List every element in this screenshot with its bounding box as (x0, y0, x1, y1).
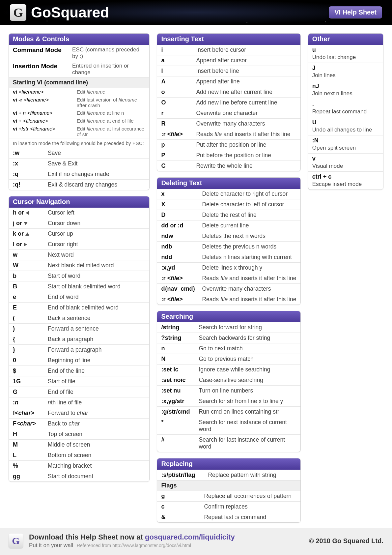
desc: Delete character to right of cursor (202, 190, 296, 197)
mode-desc: ESC (commands preceded by :) (72, 46, 145, 60)
key: P (161, 152, 193, 159)
delete-rows: xDelete character to right of cursorXDel… (157, 189, 300, 305)
key: :N (312, 137, 341, 144)
key: $ (13, 367, 44, 374)
cli-row: vi + n <filename>Edit filename at line n (9, 109, 149, 117)
key: 0 (13, 357, 44, 364)
key: G (13, 389, 44, 395)
key: * (161, 419, 195, 426)
desc: Overwrite one character (196, 110, 296, 117)
desc: Overwrite many characters (196, 120, 296, 127)
table-row: /stringSearch forward for string (157, 322, 300, 333)
table-row: :set noicCase-sensitive searching (157, 375, 300, 385)
table-row: iInsert before cursor (157, 45, 300, 55)
table-row: :set icIgnore case while searching (157, 364, 300, 375)
brand: G GoSquared (10, 4, 109, 21)
card-title: Modes & Controls (9, 34, 149, 45)
footer-tagline: Put it on your wall (29, 542, 73, 548)
card-cursor-navigation: Cursor Navigation h or Cursor leftj or C… (9, 196, 150, 482)
arrow-l-icon (26, 211, 29, 215)
table-row: GEnd of file (9, 387, 149, 397)
desc: Delete the rest of line (202, 212, 296, 219)
table-row: :g/str/cmdRun cmd on lines containing st… (157, 406, 300, 417)
desc: Start of document (48, 473, 145, 480)
desc: Delete lines x through y (202, 264, 296, 271)
table-row: :set nuTurn on line numbers (157, 385, 300, 396)
footer: G Download this Help Sheet now at gosqua… (0, 528, 392, 555)
cli-row: vi + <filename>Edit filename at end of f… (9, 117, 149, 125)
key: :r <file> (161, 275, 199, 282)
arrow-u-icon (25, 232, 29, 236)
key: C (161, 162, 193, 169)
table-row: nJJoin next n lines (308, 81, 383, 99)
table-row: IInsert before line (157, 66, 300, 76)
key: :n (13, 399, 44, 406)
key: % (13, 462, 44, 469)
cli-cmd: vi <filename> (13, 89, 72, 95)
desc: Forward to char (48, 410, 145, 417)
cli-desc: Edit filename (77, 89, 145, 95)
desc: Cursor down (48, 220, 145, 227)
key: . (312, 101, 341, 108)
desc: Case-sensitive searching (199, 377, 296, 384)
table-row: OAdd new line before current line (157, 97, 300, 108)
desc: Ignore case while searching (199, 366, 296, 373)
table-row: AAppend after line (157, 76, 300, 87)
key: ctrl + c (312, 173, 341, 180)
key: :r <file> (161, 131, 193, 138)
footer-reference: Referenced from http://www.lagmonster.or… (77, 543, 191, 548)
mode-desc: Entered on insertion or change (72, 63, 145, 76)
desc: Insert before cursor (196, 46, 296, 53)
desc: Matching bracket (48, 462, 145, 469)
key: :q (13, 171, 44, 178)
table-row: BStart of blank delimited word (9, 281, 149, 292)
key: E (13, 304, 44, 311)
desc: Reads file and inserts it after this lin… (196, 131, 296, 138)
desc: Start of file (48, 378, 145, 385)
desc: Replace all occurrences of pattern (204, 493, 296, 500)
key: /string (161, 324, 195, 331)
download-link[interactable]: gosquared.com/liquidicity (145, 533, 235, 541)
note: In insertion mode the following should b… (9, 138, 149, 148)
mode-row: Command Mode ESC (commands preceded by :… (9, 45, 149, 61)
desc: Overwrite many characters (202, 285, 296, 292)
copyright: © 2010 Go Squared Ltd. (309, 537, 383, 545)
desc: Middle of screen (48, 441, 145, 448)
desc: Insert before line (196, 68, 296, 74)
desc: Put before the position or line (196, 152, 296, 159)
cli-cmd: vi -r <filename> (13, 97, 72, 108)
table-row: DDelete the rest of line (157, 210, 300, 220)
table-row: vVisual mode (308, 153, 383, 171)
key: :g/str/cmd (161, 408, 195, 415)
table-row: NGo to previous match (157, 354, 300, 364)
key: F<char> (13, 420, 44, 427)
key: b (13, 273, 44, 279)
key: o (161, 89, 193, 96)
key: :w (13, 150, 44, 157)
subheading: Flags (157, 480, 300, 491)
key: :r <file> (161, 296, 199, 303)
table-row: )Forward a sentence (9, 323, 149, 334)
key: } (13, 346, 44, 353)
table-row: 1GStart of file (9, 376, 149, 387)
desc: Join lines (312, 72, 336, 79)
table-row: CRewrite the whole line (157, 161, 300, 171)
table-row: ROverwrite many characters (157, 118, 300, 129)
cli-row: vi <filename>Edit filename (9, 88, 149, 96)
key: & (161, 514, 201, 521)
key: dd or :d (161, 222, 199, 229)
table-row: eEnd of word (9, 292, 149, 302)
table-row: XDelete character to left of cursor (157, 199, 300, 210)
desc: Rewrite the whole line (196, 162, 296, 169)
table-row: f<char>Forward to char (9, 408, 149, 418)
table-row: gReplace all occurrences of pattern (157, 491, 300, 501)
table-row: k or Cursor up (9, 228, 149, 239)
key: gg (13, 473, 44, 480)
desc: Open split screen (312, 145, 356, 151)
desc: Beginning of line (48, 357, 145, 364)
cli-cmd: vi + n <filename> (13, 110, 72, 116)
desc: Top of screen (48, 431, 145, 438)
key: x (161, 190, 199, 197)
card-deleting-text: Deleting Text xDelete character to right… (157, 177, 300, 305)
key: v (312, 155, 341, 162)
